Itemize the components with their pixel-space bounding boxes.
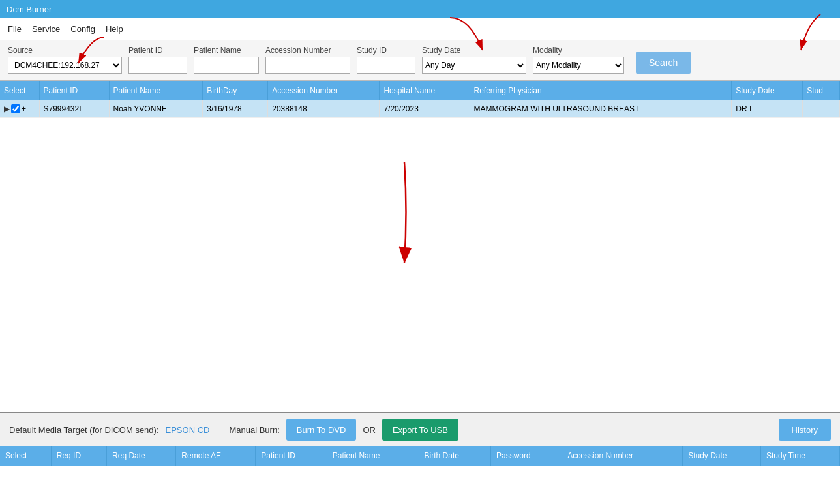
lower-col-patient-name: Patient Name [327,446,419,466]
lower-col-select: Select [0,446,51,466]
lower-col-birth-date: Birth Date [419,446,490,466]
patient-name-input[interactable] [194,57,259,74]
patient-name-label: Patient Name [194,46,259,55]
cell-patient-id: S7999432I [39,100,109,117]
lower-table-header: Select Req ID Req Date Remote AE Patient… [0,446,840,466]
study-date-select[interactable]: Any Day [422,57,526,74]
modality-label: Modality [533,46,624,55]
cell-accession: 20388148 [268,100,380,117]
cell-hospital: 7/20/2023 [380,100,470,117]
or-label: OR [363,425,376,435]
menubar: File Service Config Help [0,18,840,40]
col-select: Select [0,81,39,100]
modality-field-group: Modality Any Modality [533,46,624,74]
study-date-label: Study Date [422,46,526,55]
lower-col-req-date: Req Date [107,446,176,466]
burn-dvd-button[interactable]: Burn To DVD [286,419,357,441]
table-row[interactable]: ▶ + S7999432I Noah YVONNE 3/16/1978 2038… [0,100,840,117]
cell-birthday: 3/16/1978 [203,100,268,117]
upper-table: Select Patient ID Patient Name BirthDay … [0,81,840,118]
cell-referring: MAMMOGRAM WITH ULTRASOUND BREAST [470,100,732,117]
arrow-table [365,159,443,276]
source-field-group: Source DCM4CHEE:192.168.27 [8,46,122,74]
lower-col-study-time: Study Time [761,446,840,466]
lower-section: Default Media Target (for DICOM send): E… [0,413,840,504]
history-button[interactable]: History [779,419,831,441]
row-expand[interactable]: + [22,104,26,113]
manual-burn-label: Manual Burn: [229,425,279,435]
menu-help[interactable]: Help [106,24,123,34]
lower-table: Select Req ID Req Date Remote AE Patient… [0,446,840,466]
lower-col-accession: Accession Number [562,446,683,466]
lower-col-password: Password [490,446,562,466]
col-hospital: Hospital Name [380,81,470,100]
study-id-input[interactable] [357,57,415,74]
upper-table-header: Select Patient ID Patient Name BirthDay … [0,81,840,100]
epson-label: EPSON CD [166,425,210,435]
patient-id-label: Patient ID [128,46,187,55]
lower-col-req-id: Req ID [51,446,106,466]
study-id-label: Study ID [357,46,415,55]
lower-col-remote-ae: Remote AE [176,446,256,466]
source-dropdown[interactable]: DCM4CHEE:192.168.27 [8,57,122,74]
lower-col-patient-id: Patient ID [256,446,327,466]
titlebar-text: Dcm Burner [7,5,52,14]
lower-table-container: Select Req ID Req Date Remote AE Patient… [0,446,840,504]
burn-bar: Default Media Target (for DICOM send): E… [0,413,840,446]
col-stud: Stud [803,81,840,100]
study-id-field-group: Study ID [357,46,415,74]
accession-label: Accession Number [265,46,350,55]
col-accession: Accession Number [268,81,380,100]
col-referring: Referring Physician [470,81,732,100]
menu-service[interactable]: Service [32,24,60,34]
menu-file[interactable]: File [8,24,22,34]
source-label: Source [8,46,122,55]
study-date-field-group: Study Date Any Day [422,46,526,74]
upper-table-container: Select Patient ID Patient Name BirthDay … [0,81,840,413]
row-indicator-cell: ▶ + [0,100,39,117]
cell-patient-name: Noah YVONNE [109,100,203,117]
col-birthday: BirthDay [203,81,268,100]
col-patient-name: Patient Name [109,81,203,100]
col-study-date: Study Date [732,81,803,100]
modality-select[interactable]: Any Modality [533,57,624,74]
patient-id-field-group: Patient ID [128,46,187,74]
export-usb-button[interactable]: Export To USB [382,419,458,441]
cell-study-date: DR I [732,100,803,117]
lower-col-study-date: Study Date [683,446,761,466]
cell-stud [803,100,840,117]
menu-config[interactable]: Config [70,24,95,34]
col-patient-id: Patient ID [39,81,109,100]
accession-field-group: Accession Number [265,46,350,74]
accession-input[interactable] [265,57,350,74]
search-panel: Source DCM4CHEE:192.168.27 Patient ID Pa… [0,40,840,81]
default-media-label: Default Media Target (for DICOM send): [9,425,159,435]
search-button[interactable]: Search [636,52,691,74]
row-checkbox[interactable] [11,104,20,113]
patient-name-field-group: Patient Name [194,46,259,74]
row-arrow-indicator: ▶ [4,104,10,113]
titlebar: Dcm Burner [0,0,840,18]
patient-id-input[interactable] [128,57,187,74]
